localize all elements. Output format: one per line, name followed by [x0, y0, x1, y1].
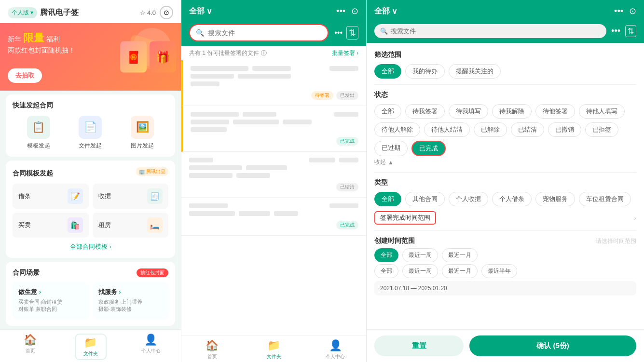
filter-status-section: 状态 全部 待我签署 待我填写 待我解除 待他签署 待他人填写 待他人解除 待他…: [374, 91, 636, 166]
scope-tag-pending[interactable]: 我的待办: [405, 64, 445, 79]
scenario-service-desc: 家政服务·上门喂养摄影·装饰装修: [98, 298, 163, 313]
fp-row-7: [189, 158, 358, 162]
filter-funnel-icon-files[interactable]: ⇅: [346, 26, 358, 40]
template-item-rent[interactable]: 租房 🛏️: [93, 213, 169, 238]
scope-tag-remind[interactable]: 提醒我关注的: [449, 64, 501, 79]
nav-profile[interactable]: 👤 个人中心: [121, 334, 181, 360]
sign-date-opt-all[interactable]: 全部: [374, 264, 398, 278]
scenario-business[interactable]: 做生意 › 买卖合同·商铺租赁对账单·兼职合同: [13, 282, 89, 319]
type-tag-pet[interactable]: 宠物服务: [535, 192, 575, 206]
panel-filter: 全部 ∨ ••• ⊙ 🔍 ••• ⇅ 筛选范围 全部 我的待办 提醒我关注的: [367, 0, 644, 362]
red-envelope-badge[interactable]: 抽红包封面: [137, 268, 168, 277]
type-tag-parking[interactable]: 车位租赁合同: [579, 192, 631, 206]
dots-icon-files[interactable]: •••: [334, 28, 343, 37]
type-tag-receipt[interactable]: 个人收据: [449, 192, 488, 206]
image-icon: 🖼️: [131, 116, 154, 139]
files-nav-folder[interactable]: 📁 文件夹: [243, 339, 305, 360]
files-nav-profile[interactable]: 👤 个人中心: [304, 339, 366, 360]
fp-block-5b: [233, 120, 279, 124]
status-tag-wait-other-fill[interactable]: 待他人填写: [579, 104, 625, 119]
file-tags-4: 已完成: [189, 221, 358, 229]
scope-tag-all[interactable]: 全部: [374, 64, 401, 79]
status-tag-rejected[interactable]: 已拒签: [585, 122, 618, 137]
scan-icon[interactable]: ⊙: [351, 6, 358, 16]
status-tag-expired[interactable]: 已过期: [374, 141, 408, 156]
template-name-receipt: 收据: [98, 192, 111, 201]
fp-block-1c: [329, 66, 358, 71]
files-header-title: 全部 ∨: [189, 6, 212, 16]
banner-deco-items: 🧧 🎁: [120, 41, 176, 73]
receipt-icon: 🧾: [147, 188, 163, 204]
fp-row-1: [191, 66, 358, 71]
star-badge: ☆ 4.0: [140, 9, 156, 16]
status-tag-completed[interactable]: 已完成: [411, 141, 446, 156]
file-item-2[interactable]: 已完成: [181, 106, 366, 152]
fp-block-1b: [252, 66, 291, 71]
action-image[interactable]: 🖼️ 图片发起: [131, 116, 154, 150]
template-item-borrow[interactable]: 借条 📝: [13, 184, 89, 209]
status-tag-wait-sign[interactable]: 待我签署: [405, 104, 445, 119]
fp-block-2b: [238, 74, 291, 79]
nav-files[interactable]: 📁 文件夹: [60, 334, 121, 360]
status-tag-wait-other-settle[interactable]: 待他人结清: [424, 122, 470, 137]
nav-home[interactable]: 🏠 首页: [0, 334, 60, 360]
filter-header-title: 全部 ∨: [374, 6, 397, 16]
sign-date-opt-month[interactable]: 最近一月: [442, 264, 478, 278]
file-item-4[interactable]: 已完成: [181, 198, 366, 236]
status-tag-all[interactable]: 全部: [374, 104, 401, 119]
sign-range-arrow-icon[interactable]: ›: [634, 214, 636, 222]
banner-highlight: 限量: [23, 31, 44, 45]
sign-date-opt-week[interactable]: 最近一周: [402, 264, 438, 278]
filter-scan-icon[interactable]: ⊙: [629, 6, 636, 16]
status-tag-cancelled[interactable]: 已撤销: [548, 122, 581, 137]
fp-block-7a: [189, 158, 213, 162]
status-tag-wait-release[interactable]: 待我解除: [492, 104, 532, 119]
template-item-receipt[interactable]: 收据 🧾: [93, 184, 169, 209]
action-file[interactable]: 📄 文件发起: [79, 116, 102, 150]
status-tag-settled[interactable]: 已结清: [511, 122, 544, 137]
type-tag-other[interactable]: 其他合同: [405, 192, 445, 206]
date-opt-week[interactable]: 最近一周: [402, 248, 438, 262]
filter-search-box: 🔍: [374, 24, 606, 38]
batch-sign-label: 批量签署 ›: [332, 49, 358, 57]
filter-collapse-row[interactable]: 收起 ▲: [374, 158, 636, 166]
filter-funnel-icon[interactable]: ⇅: [625, 25, 636, 37]
scenario-service-arrow: ›: [119, 289, 121, 295]
action-template[interactable]: 📋 模板发起: [27, 116, 50, 150]
status-tag-wait-other-release[interactable]: 待他人解除: [374, 122, 420, 137]
files-nav-home[interactable]: 🏠 首页: [181, 339, 243, 360]
template-item-trade[interactable]: 买卖 🛍️: [13, 213, 89, 238]
scenario-service[interactable]: 找服务 › 家政服务·上门喂养摄影·装饰装修: [93, 282, 169, 319]
files-search-input[interactable]: [208, 29, 322, 37]
filter-dots-icon[interactable]: •••: [611, 26, 620, 36]
personal-badge[interactable]: 个人版 ▾: [8, 7, 37, 18]
all-templates-link[interactable]: 全部合同模板 ›: [13, 242, 168, 251]
more-options-icon[interactable]: •••: [336, 6, 345, 16]
draw-button[interactable]: 去抽取: [8, 68, 42, 83]
file-item-3[interactable]: 已结清: [181, 152, 366, 198]
fp-block-4a: [191, 112, 239, 117]
status-tag-wait-fill[interactable]: 待我填写: [449, 104, 488, 119]
type-tag-borrow[interactable]: 个人借条: [492, 192, 532, 206]
status-tag-released[interactable]: 已解除: [474, 122, 507, 137]
sign-range-row: 签署完成时间范围 ›: [374, 211, 636, 225]
date-opt-month[interactable]: 最近一月: [442, 248, 478, 262]
fp-block-8b: [246, 165, 287, 170]
borrow-icon: 📝: [68, 188, 83, 204]
filter-more-icon[interactable]: •••: [614, 6, 623, 16]
batch-sign-button[interactable]: 批量签署 ›: [332, 49, 358, 57]
target-icon[interactable]: ⊙: [160, 6, 173, 19]
file-item-1[interactable]: 待签署 已发出: [181, 60, 366, 106]
sign-date-opt-half-year[interactable]: 最近半年: [481, 264, 517, 278]
reset-button[interactable]: 重置: [374, 335, 464, 356]
date-opt-all[interactable]: 全部: [374, 248, 398, 262]
date-range-value: 2021.07.18 — 2025.01.20: [380, 285, 447, 292]
fp-block-7c: [339, 158, 358, 162]
file-list: 待签署 已发出: [181, 60, 366, 335]
collapse-label: 收起: [374, 158, 386, 166]
type-tag-all[interactable]: 全部: [374, 192, 401, 206]
status-tag-wait-other-sign[interactable]: 待他签署: [535, 104, 575, 119]
filter-search-input[interactable]: [391, 27, 601, 35]
panel-files: 全部 ∨ ••• ⊙ 🔍 ••• ⇅ 共有 1 份可批量签署的文件 ⓘ 批量签署…: [181, 0, 367, 362]
confirm-button[interactable]: 确认 (5份): [469, 335, 636, 356]
